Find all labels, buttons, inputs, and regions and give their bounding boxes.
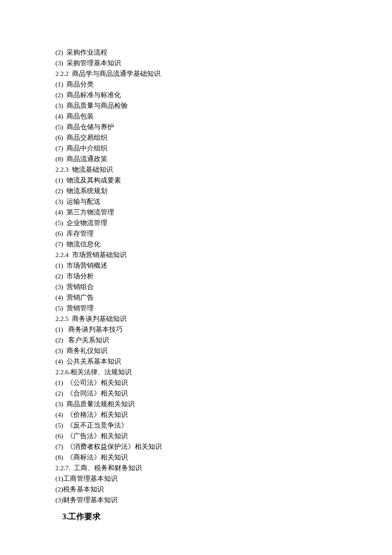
outline-item: (2) 客户关系知识 <box>55 335 392 345</box>
outline-item: (1) 物流及其构成要素 <box>55 175 392 185</box>
outline-item: (1)工商管理基本知识 <box>55 473 392 484</box>
outline-item: (4) 公共关系基本知识 <box>55 356 392 367</box>
outline-item: (4) 第三方物流管理 <box>55 207 392 217</box>
outline-item: (3) 商品质量与商品检验 <box>55 100 392 111</box>
outline-item: (2) 市场分析 <box>55 271 392 281</box>
document-content: (2) 采购作业流程(3) 采购管理基本知识2.2.2 商品学与商品流通学基础知… <box>55 47 392 522</box>
outline-item: (4) 《价格法》相关知识 <box>55 409 392 420</box>
outline-item: (1) 《公司法》相关知识 <box>55 377 392 388</box>
outline-item: (2) 商品标准与标准化 <box>55 90 392 100</box>
outline-item: (2)税务基本知识 <box>55 484 392 494</box>
outline-list: (2) 采购作业流程(3) 采购管理基本知识2.2.2 商品学与商品流通学基础知… <box>55 47 392 505</box>
outline-item: (3)财务管理基本知识 <box>55 494 392 505</box>
outline-item: (4) 营销广告 <box>55 292 392 303</box>
outline-item: (2) 物流系统规划 <box>55 185 392 196</box>
outline-item: (7) 物流信息化 <box>55 239 392 249</box>
outline-item: (5) 商品仓储与养护 <box>55 121 392 132</box>
outline-item: 2.2.7. 工商、税务和财务知识 <box>55 462 392 473</box>
outline-item: 2.2.4 市场营销基础知识 <box>55 249 392 260</box>
outline-item: (3) 运输与配送 <box>55 196 392 207</box>
outline-item: 2.2.3 物流基础知识 <box>55 164 392 175</box>
outline-item: (1) 商品分类 <box>55 79 392 90</box>
outline-item: (1) 商务谈判基本技巧 <box>55 324 392 335</box>
outline-item: (8) 商品流通政策 <box>55 153 392 164</box>
outline-item: (3) 商品质量法规相关知识 <box>55 399 392 409</box>
section-heading: 3.工作要求 <box>55 511 392 522</box>
outline-item: (8) 《商标法》相关知识 <box>55 452 392 462</box>
outline-item: (5) 营销管理 <box>55 303 392 313</box>
outline-item: 2.2.5 商务谈判基础知识 <box>55 313 392 324</box>
outline-item: (1) 市场营销概述 <box>55 260 392 271</box>
outline-item: (6) 库存管理 <box>55 228 392 239</box>
outline-item: (3) 采购管理基本知识 <box>55 58 392 68</box>
outline-item: (6) 商品交易组织 <box>55 132 392 143</box>
outline-item: (7) 《消费者权益保护法》相关知识 <box>55 441 392 452</box>
outline-item: 2.2.2 商品学与商品流通学基础知识 <box>55 68 392 79</box>
outline-item: (5) 企业物流管理 <box>55 217 392 228</box>
outline-item: (2) 采购作业流程 <box>55 47 392 58</box>
outline-item: (6) 《广告法》相关知识 <box>55 431 392 441</box>
outline-item: (3) 商务礼仪知识 <box>55 345 392 356</box>
outline-item: 2.2.6.相关法律、法规知识 <box>55 367 392 377</box>
outline-item: (5) 《反不正当竞争法》 <box>55 420 392 431</box>
outline-item: (7) 商品中介组织 <box>55 143 392 153</box>
outline-item: (2) 《合同法》相关知识 <box>55 388 392 399</box>
outline-item: (3) 营销组合 <box>55 281 392 292</box>
outline-item: (4) 商品包装 <box>55 111 392 121</box>
